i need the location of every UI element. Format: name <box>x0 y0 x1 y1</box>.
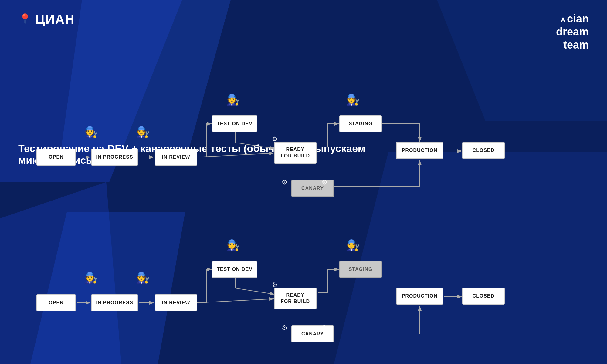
diagram-bottom: 🧑‍🔧 🧑‍🔧 🧑‍🔧 🧑‍🔧 ⚙ ⚙ ⚙ ⚙ OPEN IN PROGRESS… <box>18 206 595 352</box>
node-test-on-dev-top: TEST ON DEV <box>212 115 257 132</box>
node-staging-top: STAGING <box>339 115 382 132</box>
gear-1-top: ⚙ <box>185 150 191 158</box>
node-in-progress-bottom: IN PROGRESS <box>91 294 138 311</box>
worker-2-bottom: 🧑‍🔧 <box>136 271 150 284</box>
brand-line-2: dream <box>556 25 589 38</box>
brand-logo-lines: ∧cian dream team <box>556 12 589 52</box>
node-open-bottom: OPEN <box>36 294 76 311</box>
svg-line-3 <box>197 153 274 157</box>
logo-text: ЦИАН <box>36 12 75 27</box>
brand-line-1: ∧cian <box>556 12 589 25</box>
workflow-bottom: 🧑‍🔧 🧑‍🔧 🧑‍🔧 🧑‍🔧 ⚙ ⚙ ⚙ ⚙ OPEN IN PROGRESS… <box>18 206 519 352</box>
node-open-top: OPEN <box>36 149 76 166</box>
worker-3-top: 🧑‍🔧 <box>226 93 240 106</box>
gear-3-bottom: ⚙ <box>282 324 288 332</box>
node-in-progress-top: IN PROGRESS <box>91 149 138 166</box>
node-production-bottom: PRODUCTION <box>396 288 443 305</box>
node-closed-bottom: CLOSED <box>462 288 505 305</box>
gear-3-top: ⚙ <box>282 178 288 186</box>
worker-3-bottom: 🧑‍🔧 <box>226 239 240 252</box>
diagram-top: 🧑‍🔧 🧑‍🔧 🧑‍🔧 🧑‍🔧 ⚙ ⚙ ⚙ ⚙ OPEN IN PROGRESS… <box>18 61 595 206</box>
chevron-icon: ∧ <box>560 15 566 24</box>
logo-icon: 📍 <box>18 13 32 26</box>
gear-4-top: ⚙ <box>322 178 328 186</box>
node-closed-top: CLOSED <box>462 142 505 159</box>
worker-1-bottom: 🧑‍🔧 <box>84 271 98 284</box>
gear-4-bottom: ⚙ <box>322 324 328 332</box>
gear-1-bottom: ⚙ <box>185 296 191 304</box>
node-in-review-top: IN REVIEW <box>155 149 197 166</box>
node-production-top: PRODUCTION <box>396 142 443 159</box>
brand-logo: ∧cian dream team <box>556 12 589 52</box>
workflow-top: 🧑‍🔧 🧑‍🔧 🧑‍🔧 🧑‍🔧 ⚙ ⚙ ⚙ ⚙ OPEN IN PROGRESS… <box>18 61 519 206</box>
brand-line-3: team <box>556 38 589 51</box>
worker-4-top: 🧑‍🔧 <box>346 93 360 106</box>
node-test-on-dev-bottom: TEST ON DEV <box>212 261 257 278</box>
worker-1-top: 🧑‍🔧 <box>84 126 98 139</box>
worker-2-top: 🧑‍🔧 <box>136 126 150 139</box>
logo: 📍 ЦИАН <box>18 12 75 27</box>
gear-2-top: ⚙ <box>272 135 278 143</box>
worker-4-bottom: 🧑‍🔧 <box>346 239 360 252</box>
node-in-review-bottom: IN REVIEW <box>155 294 197 311</box>
gear-2-bottom: ⚙ <box>272 281 278 289</box>
node-ready-for-build-bottom: READYFOR BUILD <box>274 288 317 309</box>
node-ready-for-build-top: READYFOR BUILD <box>274 142 317 164</box>
node-staging-bottom: STAGING <box>339 261 382 278</box>
svg-line-8 <box>197 299 274 303</box>
